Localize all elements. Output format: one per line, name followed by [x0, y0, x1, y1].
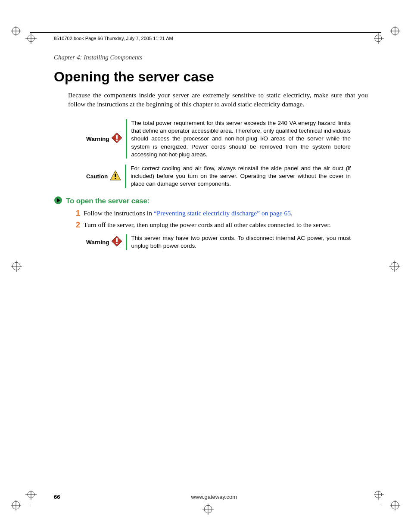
- step-text-pre: Turn off the server, then unplug the pow…: [84, 221, 331, 228]
- warning-icon: [111, 236, 126, 249]
- steps-heading: To open the server case:: [66, 197, 149, 205]
- step-text-post: .: [291, 209, 293, 217]
- play-icon: [54, 196, 62, 206]
- step-2: 2 Turn off the server, then unplug the p…: [70, 221, 368, 230]
- page-footer: 66 www.gateway.com: [54, 494, 368, 500]
- svg-rect-37: [115, 174, 116, 177]
- callout-divider: [125, 165, 126, 188]
- step-1: 1 Follow the instructions in “Preventing…: [70, 209, 368, 218]
- caution-label: Caution: [86, 173, 109, 180]
- step-number: 1: [70, 209, 84, 218]
- footer-url: www.gateway.com: [60, 494, 368, 500]
- callout-divider: [126, 119, 127, 159]
- intro-paragraph: Because the components inside your serve…: [68, 91, 368, 109]
- warning-callout-power: Warning The total power requirement for …: [86, 119, 351, 159]
- page-number: 66: [54, 494, 60, 500]
- svg-rect-35: [116, 140, 118, 141]
- page-border-top: [30, 32, 381, 33]
- page-title: Opening the server case: [54, 69, 381, 85]
- svg-rect-43: [116, 243, 118, 244]
- page-border-bottom: [30, 506, 381, 506]
- book-header: 8510702.book Page 66 Thursday, July 7, 2…: [54, 36, 381, 41]
- caution-text: For correct cooling and air flow, always…: [131, 165, 351, 188]
- callout-divider: [126, 234, 127, 250]
- step-body: Turn off the server, then unplug the pow…: [84, 221, 368, 230]
- step-number: 2: [70, 221, 84, 230]
- warning-text: The total power requirement for this ser…: [131, 119, 351, 159]
- printer-mark-mid-left: [11, 261, 22, 272]
- step-body: Follow the instructions in “Preventing s…: [84, 209, 368, 218]
- warning-text: This server may have two power cords. To…: [131, 234, 351, 250]
- svg-rect-34: [116, 135, 118, 139]
- caution-icon: [109, 170, 125, 183]
- warning-callout-cords: Warning This server may have two power c…: [86, 234, 351, 250]
- cross-reference-link[interactable]: “Preventing static electricity discharge…: [154, 209, 291, 217]
- step-text-pre: Follow the instructions in: [84, 209, 154, 217]
- warning-label: Warning: [86, 136, 111, 142]
- svg-rect-42: [116, 238, 118, 242]
- chapter-title: Chapter 4: Installing Components: [54, 54, 381, 61]
- printer-mark-mid-right: [389, 261, 400, 272]
- warning-label: Warning: [86, 239, 111, 246]
- svg-rect-38: [115, 178, 116, 179]
- steps-heading-row: To open the server case:: [54, 196, 381, 206]
- caution-callout-cooling: Caution For correct cooling and air flow…: [86, 165, 351, 188]
- warning-icon: [111, 132, 126, 145]
